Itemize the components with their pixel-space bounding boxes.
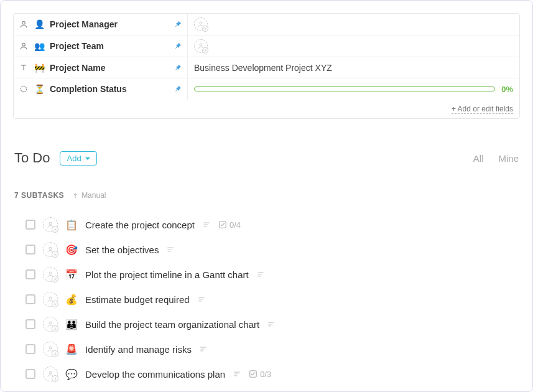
field-emoji-icon: 🚧 bbox=[34, 62, 45, 73]
description-icon[interactable] bbox=[166, 245, 175, 254]
field-row: 👤Project Manager bbox=[14, 14, 519, 35]
task-checkbox[interactable] bbox=[25, 344, 35, 354]
gear-icon bbox=[202, 47, 208, 54]
task-row[interactable]: 📅Plot the project timeline in a Gantt ch… bbox=[25, 262, 520, 287]
person-type-icon bbox=[19, 41, 29, 51]
assignee-placeholder[interactable] bbox=[43, 292, 58, 307]
chevron-down-icon bbox=[85, 157, 90, 160]
task-emoji-icon: 📋 bbox=[65, 219, 78, 231]
field-value-cell[interactable] bbox=[188, 14, 519, 35]
gear-icon bbox=[52, 301, 58, 307]
assignee-placeholder[interactable] bbox=[43, 242, 58, 257]
task-checkbox[interactable] bbox=[25, 369, 35, 379]
pin-icon[interactable] bbox=[174, 63, 182, 72]
assignee-placeholder[interactable] bbox=[43, 217, 58, 232]
field-value-cell[interactable]: Business Development Project XYZ bbox=[188, 57, 519, 78]
field-label-cell[interactable]: 👥Project Team bbox=[14, 35, 188, 57]
filter-all-tab[interactable]: All bbox=[473, 153, 484, 164]
task-checkbox[interactable] bbox=[25, 245, 35, 254]
assignee-placeholder[interactable] bbox=[43, 267, 58, 282]
check-square-icon bbox=[218, 220, 227, 229]
gear-icon bbox=[52, 325, 58, 332]
field-row: 👥Project Team bbox=[14, 35, 519, 57]
task-row[interactable]: 📋Create the project concept0/4 bbox=[25, 212, 520, 237]
section-header: To Do Add All Mine bbox=[13, 150, 520, 166]
progress-bar[interactable] bbox=[194, 86, 495, 91]
field-label-text: Project Manager bbox=[50, 19, 118, 29]
add-button-label: Add bbox=[67, 154, 81, 163]
task-emoji-icon: 💬 bbox=[65, 368, 78, 380]
assignee-placeholder[interactable] bbox=[43, 342, 58, 357]
field-emoji-icon: 👤 bbox=[34, 19, 45, 30]
assign-avatar-placeholder[interactable] bbox=[194, 39, 208, 53]
task-emoji-icon: 📅 bbox=[65, 269, 78, 281]
gear-icon bbox=[52, 375, 58, 382]
task-checkbox[interactable] bbox=[25, 319, 35, 329]
fields-footer: + Add or edit fields bbox=[14, 100, 519, 118]
task-emoji-icon: 🚨 bbox=[65, 343, 78, 355]
pin-icon[interactable] bbox=[174, 42, 182, 50]
task-checkbox[interactable] bbox=[25, 220, 35, 230]
task-row[interactable]: 👪Build the project team organizational c… bbox=[25, 312, 520, 337]
progress-wrapper: 0% bbox=[194, 85, 513, 94]
pin-icon[interactable] bbox=[174, 85, 182, 93]
field-label-text: Completion Status bbox=[50, 84, 127, 94]
field-row: 🚧Project NameBusiness Development Projec… bbox=[14, 57, 519, 78]
check-square-icon bbox=[249, 370, 257, 378]
person-type-icon bbox=[19, 19, 29, 29]
add-edit-fields-link[interactable]: + Add or edit fields bbox=[452, 105, 513, 114]
description-icon[interactable] bbox=[202, 220, 211, 229]
task-title[interactable]: Create the project concept bbox=[85, 220, 195, 230]
task-title[interactable]: Identify and manage risks bbox=[85, 344, 192, 355]
add-button[interactable]: Add bbox=[60, 151, 96, 166]
progress-percent: 0% bbox=[501, 85, 513, 94]
filter-mine-tab[interactable]: Mine bbox=[498, 153, 519, 164]
field-value-cell[interactable]: 0% bbox=[188, 78, 519, 100]
task-checkbox[interactable] bbox=[25, 269, 35, 279]
task-title[interactable]: Estimate budget required bbox=[85, 294, 190, 305]
field-emoji-icon: ⏳ bbox=[34, 83, 45, 95]
sort-selector[interactable]: Manual bbox=[72, 191, 106, 200]
field-label-text: Project Name bbox=[50, 63, 105, 73]
pin-icon[interactable] bbox=[174, 20, 182, 29]
field-row: ⏳Completion Status0% bbox=[14, 78, 519, 100]
subtask-meta-row: 7 SUBTASKS Manual bbox=[13, 191, 520, 200]
task-row[interactable]: 🚨Identify and manage risks bbox=[25, 337, 520, 362]
subtask-count-label: 7 SUBTASKS bbox=[14, 191, 64, 200]
field-label-cell[interactable]: 👤Project Manager bbox=[14, 14, 188, 35]
task-row[interactable]: 💬Develop the communications plan0/3 bbox=[25, 362, 520, 386]
task-title[interactable]: Plot the project timeline in a Gantt cha… bbox=[85, 269, 249, 280]
description-icon[interactable] bbox=[199, 345, 208, 353]
description-icon[interactable] bbox=[233, 370, 241, 378]
description-icon[interactable] bbox=[197, 295, 206, 304]
gear-icon bbox=[52, 350, 58, 357]
description-icon[interactable] bbox=[267, 320, 276, 329]
section-filters: All Mine bbox=[473, 153, 519, 164]
text-type-icon bbox=[19, 63, 29, 73]
assignee-placeholder[interactable] bbox=[43, 366, 58, 381]
assignee-placeholder[interactable] bbox=[43, 317, 58, 332]
gear-icon bbox=[52, 226, 58, 233]
task-title[interactable]: Build the project team organizational ch… bbox=[85, 319, 259, 330]
gear-icon bbox=[202, 26, 208, 32]
task-emoji-icon: 🎯 bbox=[65, 244, 78, 256]
field-label-text: Project Team bbox=[50, 41, 104, 51]
subtask-counter[interactable]: 0/4 bbox=[218, 220, 241, 230]
assign-avatar-placeholder[interactable] bbox=[194, 17, 208, 31]
subtask-counter-text: 0/3 bbox=[260, 370, 271, 379]
field-label-cell[interactable]: 🚧Project Name bbox=[14, 57, 188, 78]
field-value-text: Business Development Project XYZ bbox=[194, 63, 332, 73]
section-title: To Do bbox=[14, 150, 50, 166]
task-checkbox[interactable] bbox=[25, 294, 35, 304]
subtask-counter-text: 0/4 bbox=[229, 220, 241, 230]
progress-type-icon bbox=[19, 84, 29, 94]
field-value-cell[interactable] bbox=[188, 35, 519, 57]
description-icon[interactable] bbox=[256, 270, 265, 279]
task-row[interactable]: 💰Estimate budget required bbox=[25, 287, 520, 312]
task-title[interactable]: Develop the communications plan bbox=[85, 369, 225, 380]
field-label-cell[interactable]: ⏳Completion Status bbox=[14, 78, 188, 100]
task-title[interactable]: Set the objectives bbox=[85, 245, 159, 255]
task-row[interactable]: 🎯Set the objectives bbox=[25, 237, 520, 262]
subtask-counter[interactable]: 0/3 bbox=[249, 370, 271, 379]
gear-icon bbox=[52, 251, 58, 258]
